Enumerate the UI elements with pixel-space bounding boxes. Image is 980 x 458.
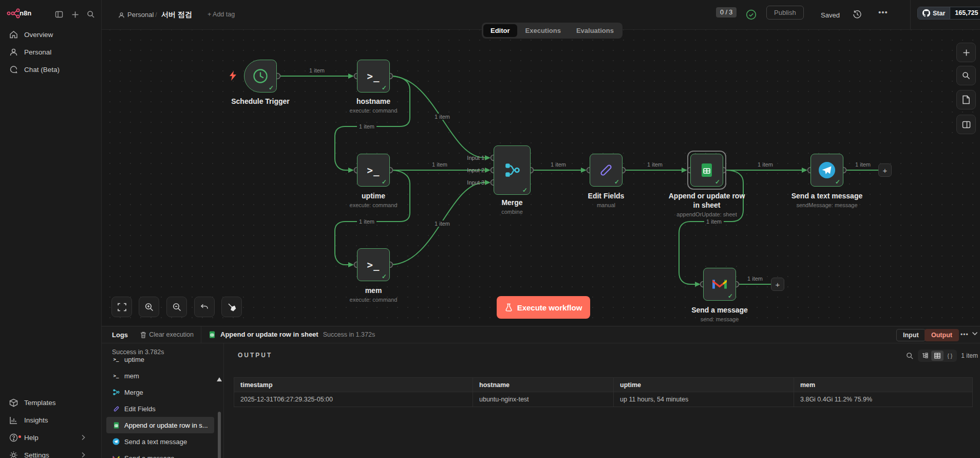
gear-icon xyxy=(9,451,18,458)
col-uptime[interactable]: uptime xyxy=(614,378,794,392)
tab-executions[interactable]: Executions xyxy=(518,24,568,37)
publish-button[interactable]: Publish xyxy=(766,6,804,20)
add-node-button[interactable]: + xyxy=(878,163,892,177)
gmail-icon xyxy=(712,278,727,290)
logs-more-icon[interactable]: ••• xyxy=(960,331,969,338)
terminal-icon: >_ xyxy=(367,259,380,270)
more-options-icon[interactable]: ••• xyxy=(878,8,888,16)
node-telegram[interactable]: ✓ xyxy=(811,154,843,187)
sidebar-item-personal[interactable]: Personal xyxy=(4,44,98,60)
node-edit-fields[interactable]: ✓ xyxy=(590,154,623,187)
search-output-icon[interactable] xyxy=(906,352,914,360)
person-icon xyxy=(9,48,18,57)
tidy-up-button[interactable] xyxy=(221,297,242,317)
sidebar-item-templates[interactable]: Templates xyxy=(4,395,98,410)
schema-view-icon[interactable] xyxy=(919,351,931,361)
undo-button[interactable] xyxy=(194,297,215,317)
google-sheets-icon xyxy=(209,331,216,338)
sidebar-item-overview[interactable]: Overview xyxy=(4,27,98,42)
chevron-right-icon xyxy=(76,434,91,441)
gmail-icon xyxy=(112,454,120,458)
search-icon[interactable] xyxy=(85,8,97,21)
sidebar-item-chat[interactable]: Chat (Beta) xyxy=(4,62,98,77)
telegram-icon xyxy=(112,437,120,446)
box-icon xyxy=(9,398,18,407)
success-check-icon: ✓ xyxy=(715,178,720,186)
history-icon[interactable] xyxy=(853,10,862,19)
logs-header: Logs Clear execution Append or update ro… xyxy=(102,326,980,343)
clear-execution-button[interactable]: Clear execution xyxy=(140,331,194,338)
node-hostname[interactable]: >_ ✓ xyxy=(357,60,390,93)
merge-icon xyxy=(112,388,120,396)
tab-evaluations[interactable]: Evaluations xyxy=(569,24,621,37)
fit-view-button[interactable] xyxy=(111,297,132,317)
zoom-out-button[interactable] xyxy=(166,297,187,317)
tree-item-sheet[interactable]: Append or update row in s... xyxy=(106,417,214,433)
execute-workflow-button[interactable]: Execute workflow xyxy=(497,296,590,319)
node-schedule-trigger[interactable]: ✓ xyxy=(244,60,277,93)
terminal-icon: >_ xyxy=(367,164,380,176)
split-panel-button[interactable] xyxy=(956,115,976,134)
sidebar-item-settings[interactable]: Settings xyxy=(4,447,98,458)
col-hostname[interactable]: hostname xyxy=(473,378,614,392)
tab-editor[interactable]: Editor xyxy=(483,24,517,37)
clock-icon xyxy=(252,67,269,85)
output-title: OUTPUT xyxy=(238,352,272,359)
col-mem[interactable]: mem xyxy=(794,378,973,392)
collapse-sidebar-icon[interactable] xyxy=(53,8,65,21)
bar-chart-icon xyxy=(9,416,18,425)
scrollbar-up-arrow[interactable] xyxy=(217,377,222,381)
edge-item-count: 1 item xyxy=(745,276,765,282)
cell-uptime: up 11 hours, 54 minutes xyxy=(614,392,794,407)
new-workflow-icon[interactable] xyxy=(69,8,81,21)
tree-item-telegram[interactable]: Send a text message xyxy=(106,433,214,450)
workflow-title[interactable]: 서버 점검 xyxy=(161,10,192,20)
tree-item-mem[interactable]: >_ mem xyxy=(106,368,214,384)
add-node-button[interactable]: + xyxy=(771,278,784,291)
edge-item-count: 1 item xyxy=(756,161,775,168)
node-merge[interactable]: ✓ xyxy=(494,145,531,195)
node-uptime[interactable]: >_ ✓ xyxy=(357,154,390,187)
add-tag-button[interactable]: + Add tag xyxy=(208,11,235,18)
edge-item-count: 1 item xyxy=(307,67,327,74)
github-icon xyxy=(922,9,930,17)
output-tab-button[interactable]: Output xyxy=(925,329,959,341)
node-mem[interactable]: >_ ✓ xyxy=(357,248,390,281)
node-gmail[interactable]: ✓ xyxy=(703,268,736,301)
add-node-panel-button[interactable] xyxy=(956,43,976,62)
col-timestamp[interactable]: timestamp xyxy=(234,378,473,392)
breadcrumb-project[interactable]: Personal xyxy=(127,11,154,19)
sticky-note-button[interactable] xyxy=(956,90,976,109)
tree-item-uptime[interactable]: >_ uptime xyxy=(106,356,214,368)
app-name: n8n xyxy=(20,9,31,17)
breadcrumb-separator: / xyxy=(155,11,157,19)
logs-tree[interactable]: >_ uptime >_ mem xyxy=(102,356,224,458)
input-tab-button[interactable]: Input xyxy=(896,329,926,341)
canvas-search-button[interactable] xyxy=(956,66,976,85)
zoom-in-button[interactable] xyxy=(139,297,159,317)
tree-item-edit-fields[interactable]: Edit Fields xyxy=(106,400,214,417)
terminal-icon: >_ xyxy=(112,356,120,363)
cell-mem: 3.8Gi 0.4Gi 11.2% 75.9% xyxy=(794,392,973,407)
scrollbar-thumb[interactable] xyxy=(218,412,221,458)
edge-item-count: 1 item xyxy=(645,161,665,168)
success-check-icon: ✓ xyxy=(382,273,387,280)
selected-node-title[interactable]: Append or update row in sheet xyxy=(220,331,318,338)
cell-timestamp: 2025-12-31T06:27:29.325-05:00 xyxy=(234,392,473,407)
node-google-sheets[interactable]: ✓ xyxy=(690,154,723,187)
table-view-icon[interactable] xyxy=(931,351,944,361)
edge-item-count: 1 item xyxy=(430,161,449,168)
workflow-canvas[interactable]: 1 item 1 item 1 item 1 item 1 item 1 ite… xyxy=(102,30,980,326)
github-star-label: Star xyxy=(933,10,945,17)
tree-item-gmail[interactable]: Send a message xyxy=(106,450,214,458)
collapse-logs-icon[interactable] xyxy=(972,332,978,336)
edge-item-count: 1 item xyxy=(357,218,376,225)
sidebar-item-insights[interactable]: Insights xyxy=(4,412,98,428)
github-star-widget[interactable]: Star 165,725 xyxy=(917,7,980,20)
success-check-icon: ✓ xyxy=(269,84,274,91)
tree-item-merge[interactable]: Merge xyxy=(106,384,214,400)
json-view-icon[interactable]: { } xyxy=(944,351,956,361)
success-check-icon: ✓ xyxy=(382,84,387,91)
sidebar-item-help[interactable]: Help xyxy=(4,430,98,445)
output-table-row[interactable]: 2025-12-31T06:27:29.325-05:00 ubuntu-ngi… xyxy=(234,392,973,407)
